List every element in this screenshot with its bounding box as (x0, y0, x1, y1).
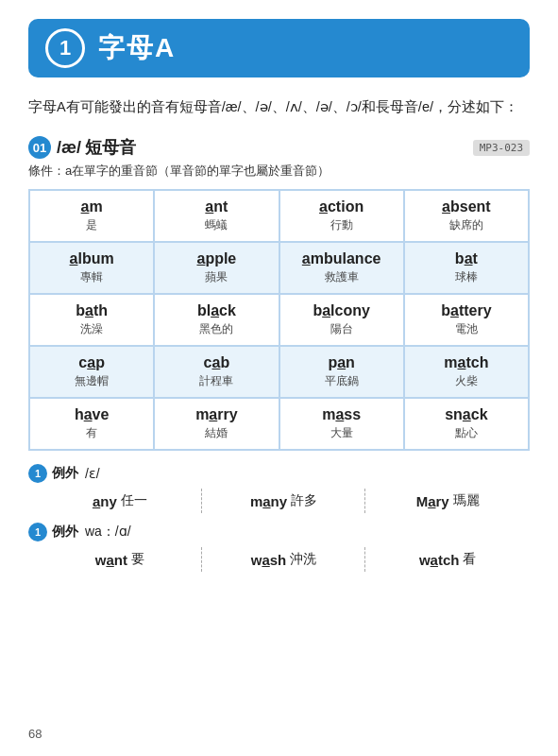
table-row: mass 大量 (279, 398, 404, 450)
vocab-word: apple (196, 250, 236, 267)
exception-meaning: 看 (463, 551, 476, 568)
vocab-word: snack (445, 406, 487, 423)
table-row: snack 點心 (404, 398, 529, 450)
exception-item: any 任一 (38, 489, 202, 513)
table-row: apple 蘋果 (154, 242, 279, 294)
intro-paragraph: 字母A有可能發出的音有短母音/æ/、/ə/、/ʌ/、/ə/、/ɔ/和長母音/e/… (28, 94, 530, 119)
vocab-word: bat (455, 250, 478, 267)
table-row: am 是 (29, 190, 154, 242)
exception-meaning: 要 (131, 551, 144, 568)
vocab-meaning: 蘋果 (205, 269, 228, 285)
vocab-meaning: 專輯 (80, 269, 103, 285)
vocab-word: album (70, 250, 114, 267)
section-number: 01 (28, 136, 51, 159)
exception-label-1: 例外 (52, 465, 78, 482)
exception-meaning: 任一 (121, 492, 147, 509)
vocab-meaning: 陽台 (330, 321, 353, 337)
exception-word: watch (419, 552, 460, 568)
section-heading: 01 /æ/ 短母音 MP3-023 (28, 136, 530, 159)
exception-item: watch 看 (365, 547, 530, 572)
table-row: battery 電池 (404, 294, 529, 346)
vocab-meaning: 洗澡 (80, 321, 103, 337)
vocabulary-grid: am 是 ant 螞蟻 action 行動 absent 缺席的 album 專… (28, 189, 530, 451)
vocab-meaning: 計程車 (199, 373, 233, 389)
exception-block-1: 1 例外 /ɛ/ any 任一 many 許多 Mary 瑪麗 (28, 464, 530, 513)
vocab-word: am (81, 198, 103, 215)
table-row: absent 缺席的 (404, 190, 529, 242)
exception-item: many 許多 (202, 489, 366, 513)
vocab-meaning: 有 (86, 425, 97, 441)
vocab-word: black (197, 302, 236, 319)
vocab-word: action (319, 198, 364, 215)
table-row: album 專輯 (29, 242, 154, 294)
vocab-word: mass (322, 406, 361, 423)
exception-word: Mary (416, 493, 449, 509)
vocab-word: match (444, 354, 488, 371)
exception-meaning: 沖洗 (290, 551, 316, 568)
exception-item: wash 沖洗 (202, 547, 366, 572)
exception-phonetic-1: /ɛ/ (81, 466, 100, 481)
exception-meaning: 許多 (291, 492, 317, 509)
vocab-word: ambulance (302, 250, 381, 267)
vocab-meaning: 大量 (330, 425, 353, 441)
vocab-meaning: 行動 (330, 217, 353, 233)
chapter-number: 1 (45, 28, 85, 68)
exception-item: Mary 瑪麗 (365, 489, 530, 513)
vocab-word: balcony (313, 302, 369, 319)
table-row: have 有 (29, 398, 154, 450)
section-phonetic: /æ/ (57, 138, 81, 158)
vocab-word: marry (195, 406, 238, 423)
vocab-meaning: 救護車 (325, 269, 359, 285)
exception-row-2: want 要 wash 沖洗 watch 看 (28, 547, 530, 572)
exception-word: wash (251, 552, 287, 568)
exception-heading-2: 1 例外 wa：/ɑ/ (28, 523, 530, 541)
table-row: balcony 陽台 (279, 294, 404, 346)
table-row: match 火柴 (404, 346, 529, 398)
section-label: 短母音 (85, 136, 136, 159)
vocab-meaning: 無邊帽 (75, 373, 109, 389)
table-row: pan 平底鍋 (279, 346, 404, 398)
exception-heading-1: 1 例外 /ɛ/ (28, 464, 530, 483)
exception-word: any (93, 493, 117, 509)
vocab-word: ant (205, 198, 228, 215)
exception-row-1: any 任一 many 許多 Mary 瑪麗 (28, 489, 530, 513)
vocab-word: pan (328, 354, 354, 371)
exception-word: want (95, 552, 127, 568)
vocab-meaning: 電池 (455, 321, 478, 337)
vocab-word: cab (204, 354, 230, 371)
table-row: black 黑色的 (154, 294, 279, 346)
table-row: cab 計程車 (154, 346, 279, 398)
vocab-word: bath (76, 302, 108, 319)
table-row: action 行動 (279, 190, 404, 242)
vocab-meaning: 黑色的 (199, 321, 233, 337)
exception-meaning: 瑪麗 (453, 492, 480, 509)
table-row: cap 無邊帽 (29, 346, 154, 398)
vocab-word: absent (442, 198, 491, 215)
mp3-badge: MP3-023 (473, 140, 530, 156)
exception-phonetic-2: wa：/ɑ/ (81, 524, 131, 541)
vocab-word: battery (441, 302, 491, 319)
chapter-header: 1 字母A (28, 19, 530, 77)
chapter-title: 字母A (98, 30, 176, 66)
exception-word: many (250, 493, 287, 509)
table-row: marry 結婚 (154, 398, 279, 450)
condition-text: 條件：a在單字的重音節（單音節的單字也屬於重音節） (28, 163, 530, 180)
table-row: bath 洗澡 (29, 294, 154, 346)
table-row: ambulance 救護車 (279, 242, 404, 294)
table-row: bat 球棒 (404, 242, 529, 294)
vocab-meaning: 球棒 (455, 269, 478, 285)
exception-label-2: 例外 (52, 524, 78, 541)
vocab-meaning: 螞蟻 (205, 217, 228, 233)
table-row: ant 螞蟻 (154, 190, 279, 242)
vocab-meaning: 平底鍋 (325, 373, 359, 389)
page-number: 68 (28, 727, 42, 741)
exception-circle-2: 1 (28, 523, 47, 541)
vocab-meaning: 點心 (455, 425, 478, 441)
vocab-meaning: 是 (86, 217, 97, 233)
exception-block-2: 1 例外 wa：/ɑ/ want 要 wash 沖洗 watch 看 (28, 523, 530, 572)
exception-circle-1: 1 (28, 464, 47, 483)
vocab-word: have (75, 406, 109, 423)
vocab-meaning: 缺席的 (449, 217, 483, 233)
vocab-word: cap (78, 354, 105, 371)
vocab-meaning: 結婚 (205, 425, 228, 441)
